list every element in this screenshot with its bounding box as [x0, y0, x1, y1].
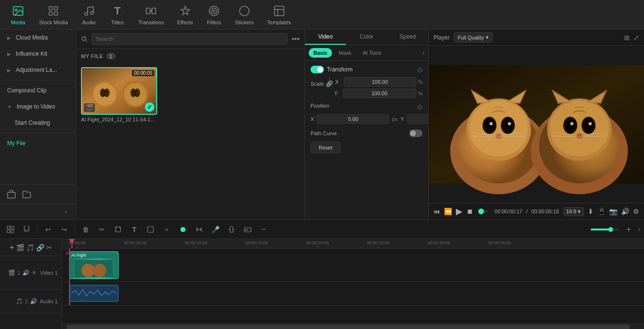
nav-item-titles[interactable]: T Titles [103, 1, 132, 28]
playhead-indicator[interactable] [69, 239, 75, 249]
nav-item-templates[interactable]: Templates [260, 1, 297, 28]
zoom-thumb[interactable] [608, 227, 613, 232]
folder-icon[interactable] [21, 189, 32, 200]
add-link-icon[interactable]: 🔗 [36, 244, 44, 251]
nav-item-stock-media[interactable]: Stock Media [32, 1, 75, 28]
scale-x-input[interactable] [344, 77, 416, 87]
nav-item-audio[interactable]: Audio [75, 1, 103, 28]
record-btn[interactable]: ⏺ [176, 223, 190, 236]
sidebar-item-adjustment-la[interactable]: ▶ Adjustment La... [0, 62, 76, 78]
fullscreen-icon[interactable]: ⤢ [634, 34, 639, 41]
audio-track-mute-icon[interactable]: 🔊 [30, 298, 37, 305]
audio-track-label: 🎵 1 🔊 Audio 1 [0, 289, 61, 313]
sidebar-item-my-file[interactable]: My File [0, 135, 76, 151]
add-audio-icon[interactable]: 🎵 [26, 244, 34, 251]
scale-label: Scale [311, 78, 324, 90]
play-btn[interactable]: ▶ [456, 206, 463, 217]
subtab-mask[interactable]: Mask [334, 48, 356, 58]
svg-point-24 [134, 89, 140, 97]
player-panel: Player Full Quality ▾ ⊞ ⤢ [429, 30, 644, 219]
sidebar-item-cloud-media[interactable]: ▶ Cloud Media [0, 30, 76, 46]
text-tool[interactable]: T [128, 223, 141, 236]
nav-item-media[interactable]: Media [4, 1, 32, 28]
delete-btn[interactable]: 🗑 [79, 223, 92, 236]
subtab-ai-tools[interactable]: AI Tools [358, 48, 386, 58]
magnet-tool[interactable] [20, 223, 33, 236]
add-video-icon[interactable]: 🎬 [16, 244, 24, 251]
tab-video[interactable]: Video [305, 30, 346, 45]
ruler-tick-0 [77, 245, 78, 248]
sidebar-item-compound-clip[interactable]: Compound Clip [0, 82, 76, 99]
player-ratio-dropdown[interactable]: 16:9 ▾ [563, 207, 584, 216]
progress-thumb[interactable] [478, 209, 484, 214]
subtitle-btn[interactable] [241, 223, 254, 236]
undo-btn[interactable]: ↩ [41, 223, 55, 236]
crop-btn[interactable] [111, 223, 125, 236]
step-back-btn[interactable]: ⏪ [444, 208, 452, 215]
settings-btn[interactable]: ⚙ [633, 208, 639, 215]
search-input[interactable] [91, 33, 288, 45]
sidebar-item-influence-kit[interactable]: ▶ Influence Kit [0, 46, 76, 62]
voice-btn[interactable]: 🎤 [209, 223, 222, 236]
more-options-btn[interactable]: ••• [292, 35, 300, 43]
scrollbar-thumb[interactable] [67, 325, 630, 329]
player-quality-dropdown[interactable]: Full Quality ▾ [453, 32, 493, 42]
zoom-in-btn[interactable]: + [622, 223, 635, 236]
media-thumb[interactable]: 00:00:05 🎬 ✓ [81, 67, 157, 115]
player-progress-bar[interactable] [480, 210, 488, 212]
collapse-sidebar-icon[interactable]: ‹ [60, 206, 72, 218]
video-track-label: 🎬 1 🔊 👁 Video 1 [0, 256, 61, 289]
snapshot-btn[interactable]: 📷 [609, 208, 617, 215]
svg-point-12 [213, 10, 215, 12]
import-icon[interactable] [6, 189, 17, 200]
path-curve-toggle[interactable] [409, 130, 423, 137]
cut-btn[interactable]: ✂ [95, 223, 109, 236]
video-track-eye-icon[interactable]: 👁 [31, 269, 37, 276]
export-btn[interactable]: ⬇ [588, 208, 594, 215]
forward-btn[interactable]: » [160, 223, 173, 236]
video-track-audio-icon[interactable]: 🔊 [22, 269, 30, 276]
nav-item-transitions[interactable]: Transitions [132, 1, 171, 28]
subtabs-arrow[interactable]: › [423, 50, 424, 56]
reset-button[interactable]: Reset [311, 142, 341, 153]
tab-color[interactable]: Color [346, 30, 387, 45]
stop-btn[interactable]: ⏹ [466, 208, 473, 215]
effects-icon [179, 4, 192, 18]
grid-view-icon[interactable]: ⊞ [624, 34, 630, 41]
timeline-scrollbar[interactable] [62, 323, 644, 329]
keyframe-btn[interactable] [225, 223, 238, 236]
clip-icon: 🎬 [84, 103, 95, 112]
zoom-out-btn[interactable]: − [257, 223, 271, 236]
add-track-icon[interactable]: + [10, 243, 14, 252]
nav-item-effects[interactable]: Effects [171, 1, 200, 28]
add-cut-icon[interactable]: ✂ [46, 244, 52, 251]
nav-item-stickers[interactable]: Stickers [228, 1, 260, 28]
tab-speed[interactable]: Speed [387, 30, 428, 45]
rect-tool[interactable] [144, 223, 157, 236]
redo-btn[interactable]: ↪ [58, 223, 71, 236]
nav-label-transitions: Transitions [139, 20, 164, 25]
share-btn[interactable]: 📱 [597, 208, 605, 215]
subtab-basic[interactable]: Basic [309, 48, 332, 58]
top-nav: Media Stock Media Audio T Titles [0, 0, 644, 30]
props-panel: Video Color Speed Basic Mask AI Tools › … [305, 30, 429, 219]
audio-clip[interactable] [69, 285, 119, 302]
audio-btn[interactable]: 🔊 [621, 208, 629, 215]
multicam-tool[interactable] [4, 223, 17, 236]
detach-audio-btn[interactable] [192, 223, 206, 236]
transform-toggle[interactable] [311, 66, 324, 73]
player-header: Player Full Quality ▾ ⊞ ⤢ [429, 30, 644, 46]
skip-back-btn[interactable]: ⏮ [433, 208, 440, 215]
scale-y-input[interactable] [343, 89, 416, 98]
zoom-track[interactable] [591, 229, 619, 230]
position-keyframe[interactable]: ◇ [417, 103, 423, 110]
more-btn[interactable]: › [638, 226, 640, 233]
position-x-input[interactable] [317, 114, 389, 124]
video-clip[interactable]: AI Fight [69, 251, 119, 279]
sidebar-item-image-to-video[interactable]: ▼ Image to Video [0, 99, 76, 115]
video-track-num-icon: 🎬 [8, 269, 15, 276]
sidebar-item-start-creating[interactable]: Start Creating [0, 115, 76, 131]
nav-item-filters[interactable]: Filters [200, 1, 228, 28]
transform-keyframe[interactable]: ◇ [417, 66, 423, 73]
link-icon[interactable]: 🔗 [327, 81, 332, 87]
